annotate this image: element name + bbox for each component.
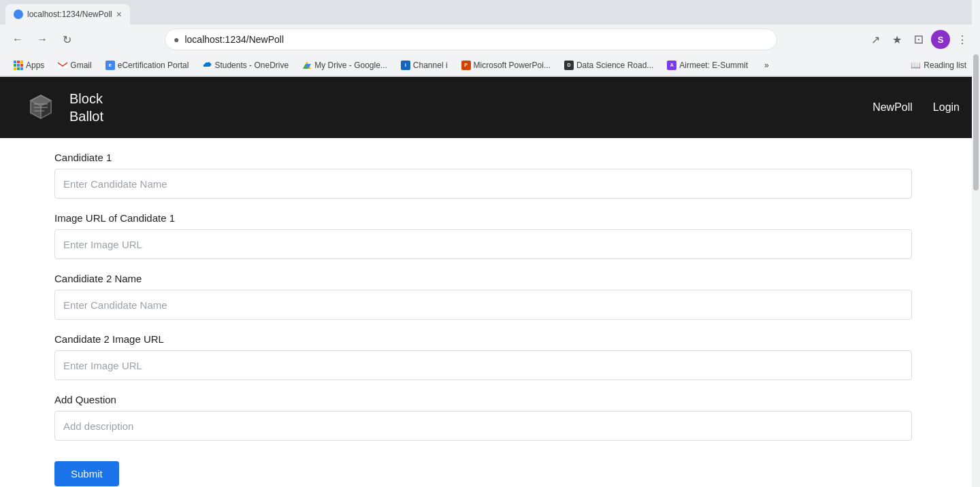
bookmark-ecert[interactable]: e eCertification Portal [100, 59, 195, 71]
candidate1-image-input[interactable] [54, 229, 912, 259]
svg-rect-9 [58, 62, 67, 69]
airmeet-icon: A [667, 61, 676, 70]
svg-rect-3 [14, 64, 16, 67]
bookmark-datasci-label: Data Science Road... [576, 61, 653, 70]
bookmark-onedrive[interactable]: Students - OneDrive [197, 59, 294, 71]
bookmark-gdrive-label: My Drive - Google... [314, 61, 387, 70]
gdrive-icon [302, 61, 312, 70]
menu-icon[interactable]: ⋮ [953, 30, 972, 49]
bookmark-datasci[interactable]: D Data Science Road... [559, 59, 659, 71]
question-group: Add Question [54, 394, 926, 441]
svg-rect-5 [20, 64, 23, 67]
scrollbar[interactable] [972, 0, 980, 487]
bookmark-airmeet[interactable]: A Airmeet: E-Summit [662, 59, 753, 71]
bookmark-gmail[interactable]: Gmail [52, 59, 97, 71]
extensions-icon[interactable]: ⚀ [909, 30, 928, 49]
candidate2-image-label: Candidate 2 Image URL [54, 333, 926, 345]
candidate1-group: Candidiate 1 [54, 152, 926, 199]
bookmark-airmeet-label: Airmeet: E-Summit [679, 61, 748, 70]
candidate2-image-input[interactable] [54, 350, 912, 380]
candidate1-image-label: Image URL of Candidate 1 [54, 212, 926, 224]
more-bookmarks-button[interactable]: » [759, 59, 774, 71]
secure-icon: ● [174, 34, 179, 45]
gmail-icon [58, 61, 67, 70]
toolbar-actions: ↗ ★ ⚀ S ⋮ [866, 30, 972, 49]
reading-list-icon: 📖 [911, 61, 921, 70]
onedrive-icon [202, 61, 212, 70]
bookmark-gmail-label: Gmail [70, 61, 91, 70]
candidate1-label: Candidiate 1 [54, 152, 926, 163]
question-label: Add Question [54, 394, 926, 405]
reading-list-label: Reading list [924, 61, 966, 70]
svg-rect-0 [14, 61, 16, 63]
forward-button[interactable]: → [33, 30, 52, 49]
candidate2-name-label: Candidiate 2 Name [54, 273, 926, 284]
svg-rect-6 [14, 67, 16, 70]
candidate2-image-group: Candidate 2 Image URL [54, 333, 926, 380]
bookmark-apps[interactable]: Apps [8, 59, 50, 71]
browser-toolbar: ← → ↻ ● localhost:1234/NewPoll ↗ ★ ⚀ S ⋮ [0, 24, 980, 54]
reading-list-button[interactable]: 📖 Reading list [905, 59, 972, 71]
svg-rect-2 [20, 61, 23, 63]
candidate2-name-group: Candidiate 2 Name [54, 273, 926, 320]
share-icon[interactable]: ↗ [866, 30, 885, 49]
nav-newpoll[interactable]: NewPoll [872, 101, 913, 114]
reload-button[interactable]: ↻ [57, 30, 76, 49]
main-content: Candidiate 1 Image URL of Candidate 1 Ca… [0, 138, 980, 487]
logo-icon [20, 87, 61, 128]
url-text: localhost:1234/NewPoll [184, 34, 284, 45]
submit-button[interactable]: Submit [54, 461, 119, 486]
active-tab[interactable]: localhost:1234/NewPoll × [5, 4, 130, 24]
bookmark-channel-label: Channel i [413, 61, 448, 70]
candidate1-input[interactable] [54, 169, 912, 199]
bookmark-onedrive-label: Students - OneDrive [214, 61, 289, 70]
browser-tabs: localhost:1234/NewPoll × [0, 0, 980, 24]
question-input[interactable] [54, 411, 912, 441]
tab-close-icon[interactable]: × [116, 9, 122, 20]
channel-icon: i [401, 61, 410, 70]
logo-text: Block Ballot [69, 90, 103, 125]
back-button[interactable]: ← [8, 30, 27, 49]
datasci-icon: D [564, 61, 574, 70]
address-bar[interactable]: ● localhost:1234/NewPoll [165, 29, 777, 50]
candidate1-image-group: Image URL of Candidate 1 [54, 212, 926, 259]
bookmark-star-icon[interactable]: ★ [887, 30, 906, 49]
tab-favicon [14, 10, 23, 19]
scrollbar-thumb[interactable] [973, 54, 979, 190]
bookmark-apps-label: Apps [26, 61, 44, 70]
browser-chrome: localhost:1234/NewPoll × ← → ↻ ● localho… [0, 0, 980, 77]
bookmark-ecert-label: eCertification Portal [118, 61, 189, 70]
bookmarks-bar: Apps Gmail e eCertification Portal Stude… [0, 54, 980, 76]
svg-rect-8 [20, 67, 23, 70]
svg-rect-4 [17, 64, 20, 67]
apps-icon [14, 61, 23, 70]
bookmark-ppt[interactable]: P Microsoft PowerPoi... [456, 59, 556, 71]
svg-rect-7 [17, 67, 20, 70]
nav-links: NewPoll Login [872, 101, 960, 114]
bookmark-channel[interactable]: i Channel i [395, 59, 453, 71]
candidate2-name-input[interactable] [54, 290, 912, 320]
svg-rect-1 [17, 61, 20, 63]
profile-icon[interactable]: S [931, 30, 950, 49]
bookmark-gdrive[interactable]: My Drive - Google... [297, 59, 393, 71]
logo-container: Block Ballot [20, 87, 103, 128]
app-header: Block Ballot NewPoll Login [0, 77, 980, 138]
bookmark-ppt-label: Microsoft PowerPoi... [474, 61, 551, 70]
tab-title: localhost:1234/NewPoll [27, 10, 112, 19]
nav-login[interactable]: Login [933, 101, 960, 114]
more-bookmarks-icon: » [764, 61, 769, 70]
ppt-icon: P [461, 61, 471, 70]
ecert-icon: e [105, 61, 115, 70]
